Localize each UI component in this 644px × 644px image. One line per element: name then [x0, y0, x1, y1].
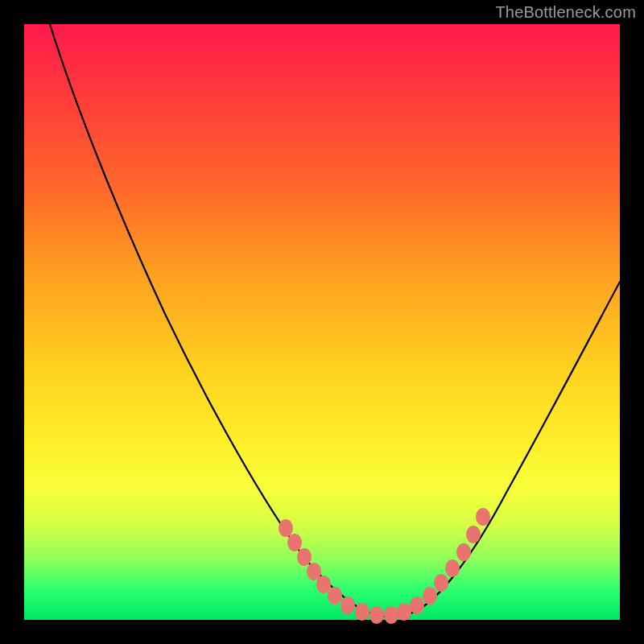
- data-point: [466, 526, 481, 543]
- data-point: [445, 559, 460, 577]
- chart-svg: [24, 24, 620, 620]
- data-point: [287, 534, 302, 551]
- data-point: [328, 587, 342, 605]
- data-point: [279, 519, 293, 537]
- data-point: [423, 587, 437, 605]
- data-point: [434, 574, 448, 592]
- data-point: [369, 606, 384, 624]
- bottleneck-curve-path: [50, 24, 620, 617]
- highlight-points-group: [279, 508, 490, 624]
- data-point: [397, 603, 411, 621]
- data-point: [384, 606, 398, 624]
- data-point: [410, 597, 424, 614]
- data-point: [476, 508, 490, 526]
- data-point: [341, 597, 355, 614]
- data-point: [355, 603, 369, 621]
- watermark-text: TheBottleneck.com: [495, 3, 636, 22]
- data-point: [456, 543, 471, 561]
- data-point: [316, 576, 331, 593]
- chart-plot-area: [24, 24, 620, 620]
- data-point: [297, 548, 312, 566]
- chart-frame: TheBottleneck.com: [0, 0, 644, 644]
